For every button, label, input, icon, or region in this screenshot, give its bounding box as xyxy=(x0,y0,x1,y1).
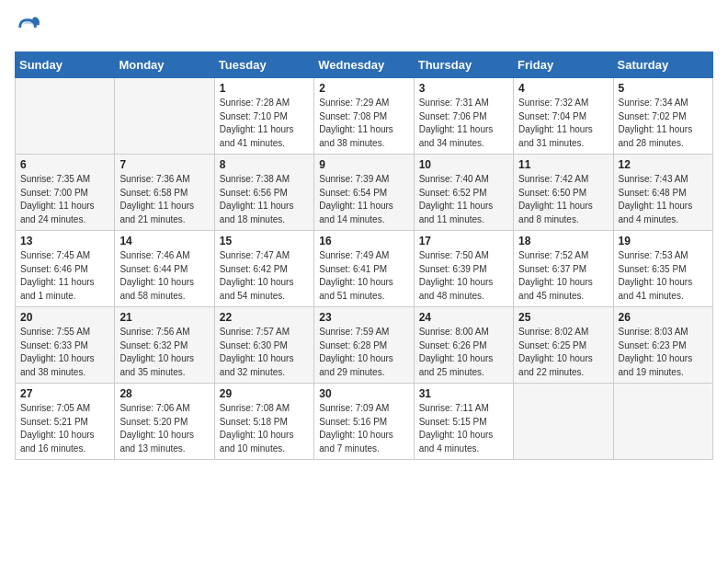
day-detail: Sunrise: 8:02 AM Sunset: 6:25 PM Dayligh… xyxy=(518,326,608,379)
calendar-header: SundayMondayTuesdayWednesdayThursdayFrid… xyxy=(16,52,713,78)
page-header xyxy=(15,15,713,40)
day-number: 6 xyxy=(20,158,109,171)
calendar-cell: 31Sunrise: 7:11 AM Sunset: 5:15 PM Dayli… xyxy=(414,384,513,460)
calendar-cell: 14Sunrise: 7:46 AM Sunset: 6:44 PM Dayli… xyxy=(115,231,214,307)
day-detail: Sunrise: 7:34 AM Sunset: 7:02 PM Dayligh… xyxy=(619,97,708,150)
day-number: 5 xyxy=(619,82,708,95)
calendar-cell: 1Sunrise: 7:28 AM Sunset: 7:10 PM Daylig… xyxy=(214,78,313,155)
day-number: 14 xyxy=(119,235,209,247)
calendar-cell: 4Sunrise: 7:32 AM Sunset: 7:04 PM Daylig… xyxy=(514,78,613,155)
day-detail: Sunrise: 7:43 AM Sunset: 6:48 PM Dayligh… xyxy=(619,173,708,226)
day-detail: Sunrise: 7:35 AM Sunset: 7:00 PM Dayligh… xyxy=(20,173,109,226)
calendar-week-row: 20Sunrise: 7:55 AM Sunset: 6:33 PM Dayli… xyxy=(16,307,713,384)
day-number: 22 xyxy=(220,311,309,324)
logo xyxy=(15,15,44,40)
day-number: 20 xyxy=(20,311,109,324)
day-number: 30 xyxy=(319,387,408,400)
calendar-cell: 7Sunrise: 7:36 AM Sunset: 6:58 PM Daylig… xyxy=(115,155,214,231)
day-detail: Sunrise: 8:00 AM Sunset: 6:26 PM Dayligh… xyxy=(419,326,508,379)
day-detail: Sunrise: 7:50 AM Sunset: 6:39 PM Dayligh… xyxy=(419,249,508,303)
calendar-cell xyxy=(16,78,115,155)
weekday-header: Saturday xyxy=(613,52,712,78)
day-detail: Sunrise: 7:28 AM Sunset: 7:10 PM Dayligh… xyxy=(220,97,309,150)
calendar-cell: 6Sunrise: 7:35 AM Sunset: 7:00 PM Daylig… xyxy=(16,155,115,231)
calendar-cell: 2Sunrise: 7:29 AM Sunset: 7:08 PM Daylig… xyxy=(314,78,414,155)
day-number: 24 xyxy=(419,311,508,324)
calendar-cell: 9Sunrise: 7:39 AM Sunset: 6:54 PM Daylig… xyxy=(314,155,414,231)
calendar-body: 1Sunrise: 7:28 AM Sunset: 7:10 PM Daylig… xyxy=(16,78,713,460)
day-number: 1 xyxy=(220,82,309,95)
day-number: 16 xyxy=(319,235,408,247)
day-detail: Sunrise: 7:29 AM Sunset: 7:08 PM Dayligh… xyxy=(319,97,408,150)
calendar-cell: 22Sunrise: 7:57 AM Sunset: 6:30 PM Dayli… xyxy=(214,307,313,384)
day-detail: Sunrise: 7:56 AM Sunset: 6:32 PM Dayligh… xyxy=(119,326,209,379)
day-detail: Sunrise: 7:59 AM Sunset: 6:28 PM Dayligh… xyxy=(319,326,408,379)
calendar-cell: 15Sunrise: 7:47 AM Sunset: 6:42 PM Dayli… xyxy=(214,231,313,307)
day-number: 9 xyxy=(319,158,408,171)
day-number: 10 xyxy=(419,158,508,171)
day-number: 27 xyxy=(20,387,109,400)
day-detail: Sunrise: 8:03 AM Sunset: 6:23 PM Dayligh… xyxy=(619,326,708,379)
day-detail: Sunrise: 7:38 AM Sunset: 6:56 PM Dayligh… xyxy=(220,173,309,226)
day-number: 13 xyxy=(20,235,109,247)
calendar-week-row: 27Sunrise: 7:05 AM Sunset: 5:21 PM Dayli… xyxy=(16,384,713,460)
calendar-cell: 30Sunrise: 7:09 AM Sunset: 5:16 PM Dayli… xyxy=(314,384,414,460)
day-detail: Sunrise: 7:05 AM Sunset: 5:21 PM Dayligh… xyxy=(20,402,109,455)
weekday-row: SundayMondayTuesdayWednesdayThursdayFrid… xyxy=(16,52,713,78)
calendar-cell: 29Sunrise: 7:08 AM Sunset: 5:18 PM Dayli… xyxy=(214,384,313,460)
calendar-week-row: 13Sunrise: 7:45 AM Sunset: 6:46 PM Dayli… xyxy=(16,231,713,307)
day-detail: Sunrise: 7:31 AM Sunset: 7:06 PM Dayligh… xyxy=(419,97,508,150)
weekday-header: Tuesday xyxy=(214,52,313,78)
day-detail: Sunrise: 7:52 AM Sunset: 6:37 PM Dayligh… xyxy=(518,249,608,303)
day-number: 4 xyxy=(518,82,608,95)
calendar-week-row: 1Sunrise: 7:28 AM Sunset: 7:10 PM Daylig… xyxy=(16,78,713,155)
calendar-cell: 10Sunrise: 7:40 AM Sunset: 6:52 PM Dayli… xyxy=(414,155,513,231)
day-number: 7 xyxy=(119,158,209,171)
day-number: 11 xyxy=(518,158,608,171)
day-detail: Sunrise: 7:32 AM Sunset: 7:04 PM Dayligh… xyxy=(518,97,608,150)
calendar-cell xyxy=(613,384,712,460)
day-number: 15 xyxy=(220,235,309,247)
calendar-cell: 24Sunrise: 8:00 AM Sunset: 6:26 PM Dayli… xyxy=(414,307,513,384)
day-detail: Sunrise: 7:39 AM Sunset: 6:54 PM Dayligh… xyxy=(319,173,408,226)
day-detail: Sunrise: 7:40 AM Sunset: 6:52 PM Dayligh… xyxy=(419,173,508,226)
day-number: 19 xyxy=(619,235,708,247)
day-number: 3 xyxy=(419,82,508,95)
calendar-cell: 20Sunrise: 7:55 AM Sunset: 6:33 PM Dayli… xyxy=(16,307,115,384)
day-detail: Sunrise: 7:09 AM Sunset: 5:16 PM Dayligh… xyxy=(319,402,408,455)
weekday-header: Friday xyxy=(514,52,613,78)
day-detail: Sunrise: 7:36 AM Sunset: 6:58 PM Dayligh… xyxy=(119,173,209,226)
calendar-cell: 11Sunrise: 7:42 AM Sunset: 6:50 PM Dayli… xyxy=(514,155,613,231)
weekday-header: Thursday xyxy=(414,52,513,78)
day-number: 2 xyxy=(319,82,408,95)
day-number: 23 xyxy=(319,311,408,324)
day-detail: Sunrise: 7:57 AM Sunset: 6:30 PM Dayligh… xyxy=(220,326,309,379)
calendar-cell: 12Sunrise: 7:43 AM Sunset: 6:48 PM Dayli… xyxy=(613,155,712,231)
calendar-cell xyxy=(115,78,214,155)
day-detail: Sunrise: 7:46 AM Sunset: 6:44 PM Dayligh… xyxy=(119,249,209,303)
day-number: 31 xyxy=(419,387,508,400)
calendar-table: SundayMondayTuesdayWednesdayThursdayFrid… xyxy=(15,52,713,460)
day-detail: Sunrise: 7:42 AM Sunset: 6:50 PM Dayligh… xyxy=(518,173,608,226)
weekday-header: Wednesday xyxy=(314,52,414,78)
weekday-header: Monday xyxy=(115,52,214,78)
calendar-cell xyxy=(514,384,613,460)
day-detail: Sunrise: 7:49 AM Sunset: 6:41 PM Dayligh… xyxy=(319,249,408,303)
calendar-cell: 28Sunrise: 7:06 AM Sunset: 5:20 PM Dayli… xyxy=(115,384,214,460)
calendar-week-row: 6Sunrise: 7:35 AM Sunset: 7:00 PM Daylig… xyxy=(16,155,713,231)
day-detail: Sunrise: 7:47 AM Sunset: 6:42 PM Dayligh… xyxy=(220,249,309,303)
calendar-cell: 25Sunrise: 8:02 AM Sunset: 6:25 PM Dayli… xyxy=(514,307,613,384)
logo-icon xyxy=(15,15,40,40)
day-number: 12 xyxy=(619,158,708,171)
day-number: 8 xyxy=(220,158,309,171)
calendar-cell: 27Sunrise: 7:05 AM Sunset: 5:21 PM Dayli… xyxy=(16,384,115,460)
calendar-cell: 26Sunrise: 8:03 AM Sunset: 6:23 PM Dayli… xyxy=(613,307,712,384)
day-detail: Sunrise: 7:55 AM Sunset: 6:33 PM Dayligh… xyxy=(20,326,109,379)
day-number: 28 xyxy=(119,387,209,400)
day-number: 26 xyxy=(619,311,708,324)
weekday-header: Sunday xyxy=(16,52,115,78)
day-number: 17 xyxy=(419,235,508,247)
calendar-cell: 13Sunrise: 7:45 AM Sunset: 6:46 PM Dayli… xyxy=(16,231,115,307)
day-detail: Sunrise: 7:53 AM Sunset: 6:35 PM Dayligh… xyxy=(619,249,708,303)
day-number: 25 xyxy=(518,311,608,324)
